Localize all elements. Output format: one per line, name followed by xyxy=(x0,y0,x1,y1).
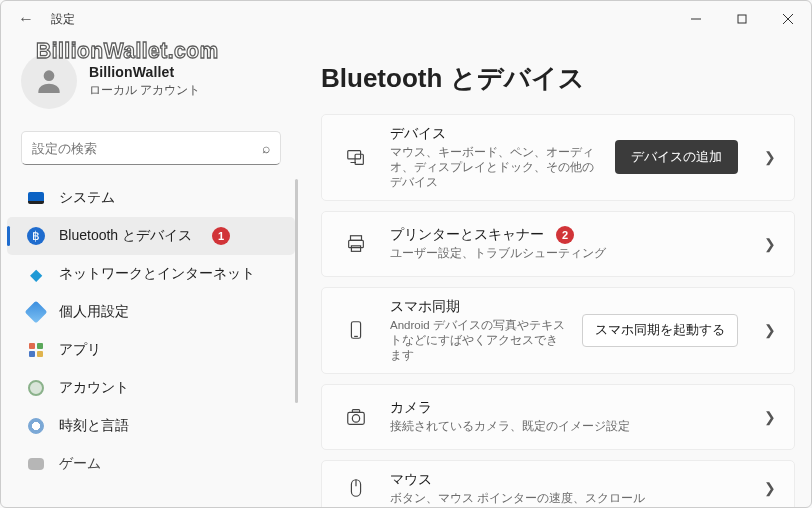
card-title: カメラ xyxy=(390,399,746,417)
maximize-button[interactable] xyxy=(719,1,765,37)
sidebar-item-network[interactable]: ◆ ネットワークとインターネット xyxy=(7,255,295,293)
svg-rect-10 xyxy=(351,246,360,252)
close-button[interactable] xyxy=(765,1,811,37)
user-account-type: ローカル アカウント xyxy=(89,82,200,99)
user-profile[interactable]: BillionWallet.com BillionWallet ローカル アカウ… xyxy=(1,45,301,123)
card-title: デバイス xyxy=(390,125,601,143)
card-phone-link[interactable]: スマホ同期 Android デバイスの写真やテキストなどにすばやくアクセスできま… xyxy=(321,287,795,374)
card-title: プリンターとスキャナー xyxy=(390,226,544,244)
chevron-right-icon: ❯ xyxy=(760,480,780,496)
card-subtitle: Android デバイスの写真やテキストなどにすばやくアクセスできます xyxy=(390,318,568,363)
sidebar-nav: システム ฿ Bluetooth とデバイス 1 ◆ ネットワークとインターネッ… xyxy=(1,179,301,507)
sidebar-item-label: 個人用設定 xyxy=(59,303,129,321)
sidebar-item-bluetooth[interactable]: ฿ Bluetooth とデバイス 1 xyxy=(7,217,295,255)
svg-rect-15 xyxy=(352,409,359,412)
chevron-right-icon: ❯ xyxy=(760,236,780,252)
apps-icon xyxy=(27,341,45,359)
sidebar-item-accounts[interactable]: アカウント xyxy=(7,369,295,407)
sidebar-item-label: アカウント xyxy=(59,379,129,397)
svg-rect-11 xyxy=(351,322,360,339)
add-device-button[interactable]: デバイスの追加 xyxy=(615,140,738,174)
card-devices[interactable]: デバイス マウス、キーボード、ペン、オーディオ、ディスプレイとドック、その他のデ… xyxy=(321,114,795,201)
user-name: BillionWallet xyxy=(89,64,200,80)
sidebar-item-label: 時刻と言語 xyxy=(59,417,129,435)
back-button[interactable]: ← xyxy=(15,10,37,28)
search-box[interactable]: ⌕ xyxy=(21,131,281,165)
system-icon xyxy=(27,189,45,207)
card-subtitle: 接続されているカメラ、既定のイメージ設定 xyxy=(390,419,746,434)
svg-rect-1 xyxy=(738,15,746,23)
sidebar-item-label: ネットワークとインターネット xyxy=(59,265,255,283)
card-subtitle: ボタン、マウス ポインターの速度、スクロール xyxy=(390,491,746,506)
time-icon xyxy=(27,417,45,435)
annotation-badge-1: 1 xyxy=(212,227,230,245)
svg-rect-8 xyxy=(351,236,362,241)
svg-point-14 xyxy=(352,414,359,421)
devices-icon xyxy=(336,146,376,168)
search-icon: ⌕ xyxy=(262,140,270,156)
card-subtitle: マウス、キーボード、ペン、オーディオ、ディスプレイとドック、その他のデバイス xyxy=(390,145,601,190)
accounts-icon xyxy=(27,379,45,397)
printer-icon xyxy=(336,233,376,255)
sidebar-item-time[interactable]: 時刻と言語 xyxy=(7,407,295,445)
sidebar: BillionWallet.com BillionWallet ローカル アカウ… xyxy=(1,37,301,507)
sidebar-item-label: システム xyxy=(59,189,115,207)
bluetooth-icon: ฿ xyxy=(27,227,45,245)
sidebar-item-label: アプリ xyxy=(59,341,101,359)
card-title: マウス xyxy=(390,471,746,489)
card-subtitle: ユーザー設定、トラブルシューティング xyxy=(390,246,746,261)
gaming-icon xyxy=(27,455,45,473)
sidebar-item-apps[interactable]: アプリ xyxy=(7,331,295,369)
mouse-icon xyxy=(336,477,376,499)
chevron-right-icon: ❯ xyxy=(760,149,780,165)
main: Bluetooth とデバイス デバイス マウス、キーボード、ペン、オーディオ、… xyxy=(301,37,811,507)
avatar xyxy=(21,53,77,109)
camera-icon xyxy=(336,406,376,428)
window-title: 設定 xyxy=(51,11,75,28)
sidebar-scrollbar[interactable] xyxy=(295,179,298,403)
open-phone-link-button[interactable]: スマホ同期を起動する xyxy=(582,314,738,347)
card-title: スマホ同期 xyxy=(390,298,568,316)
annotation-badge-2: 2 xyxy=(556,226,574,244)
chevron-right-icon: ❯ xyxy=(760,322,780,338)
chevron-right-icon: ❯ xyxy=(760,409,780,425)
sidebar-item-personalization[interactable]: 個人用設定 xyxy=(7,293,295,331)
svg-point-4 xyxy=(44,70,55,81)
card-camera[interactable]: カメラ 接続されているカメラ、既定のイメージ設定 ❯ xyxy=(321,384,795,450)
card-printers[interactable]: プリンターとスキャナー 2 ユーザー設定、トラブルシューティング ❯ xyxy=(321,211,795,277)
card-mouse[interactable]: マウス ボタン、マウス ポインターの速度、スクロール ❯ xyxy=(321,460,795,507)
search-input[interactable] xyxy=(32,141,262,156)
page-title: Bluetooth とデバイス xyxy=(321,61,795,96)
sidebar-item-system[interactable]: システム xyxy=(7,179,295,217)
network-icon: ◆ xyxy=(27,265,45,283)
personalization-icon xyxy=(27,303,45,321)
window-controls xyxy=(673,1,811,37)
phone-icon xyxy=(336,319,376,341)
sidebar-item-label: ゲーム xyxy=(59,455,101,473)
sidebar-item-gaming[interactable]: ゲーム xyxy=(7,445,295,483)
minimize-button[interactable] xyxy=(673,1,719,37)
sidebar-item-label: Bluetooth とデバイス xyxy=(59,227,192,245)
